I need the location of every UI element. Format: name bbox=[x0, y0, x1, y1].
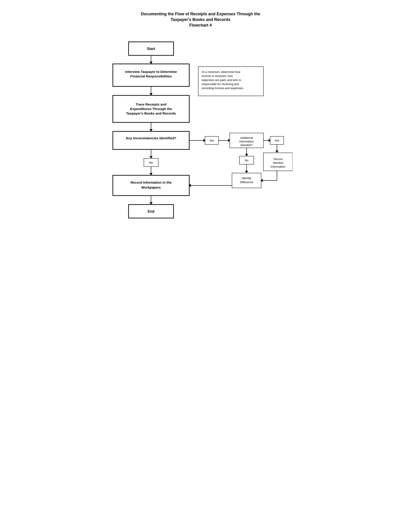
end-label: End bbox=[148, 209, 154, 213]
svg-marker-26 bbox=[275, 151, 278, 153]
interview-label: Interview Taxpayer to Determine bbox=[125, 70, 177, 74]
svg-text:Needed?: Needed? bbox=[241, 143, 253, 147]
svg-text:Expenditures Through the: Expenditures Through the bbox=[130, 107, 172, 111]
start-label: Start bbox=[147, 47, 155, 51]
svg-text:Financial Responsibilities: Financial Responsibilities bbox=[130, 74, 172, 78]
yes1-label: Yes bbox=[209, 139, 214, 142]
svg-text:Information: Information bbox=[239, 140, 254, 143]
note-text: At a minimum, determine how income is re… bbox=[202, 70, 244, 90]
identify-label: Identify bbox=[242, 177, 251, 180]
trace-label: Trace Receipts and bbox=[136, 102, 167, 106]
svg-text:Difference: Difference bbox=[240, 180, 253, 184]
svg-text:Workpapers: Workpapers bbox=[141, 185, 161, 189]
page-title: Documenting the Flow of Receipts and Exp… bbox=[104, 11, 297, 28]
no2-label: No bbox=[245, 159, 249, 162]
svg-rect-13 bbox=[113, 131, 189, 149]
svg-marker-41 bbox=[149, 156, 153, 158]
inconsistencies-label: Any Inconsistencies Identified? bbox=[126, 136, 176, 140]
svg-text:Taxpayer's Books and Records: Taxpayer's Books and Records bbox=[126, 111, 176, 115]
secure-label: Secure bbox=[273, 157, 283, 161]
record-label: Record Information in the bbox=[131, 180, 172, 184]
svg-marker-31 bbox=[245, 154, 248, 156]
yes2-label: Yes bbox=[274, 139, 279, 142]
svg-text:Information: Information bbox=[271, 165, 285, 168]
no1-label: No bbox=[149, 161, 153, 164]
additional-label: Additional bbox=[240, 136, 253, 139]
flowchart-svg: Start Interview Taxpayer to Determine Fi… bbox=[108, 37, 293, 285]
page: Documenting the Flow of Receipts and Exp… bbox=[99, 5, 302, 292]
svg-marker-34 bbox=[245, 171, 248, 173]
svg-text:Needed: Needed bbox=[273, 161, 283, 165]
